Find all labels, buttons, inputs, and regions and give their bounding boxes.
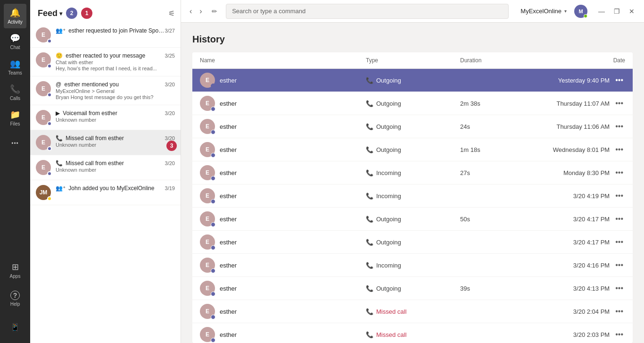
minimize-button[interactable]: — xyxy=(595,5,608,18)
type-cell-11: 📞 Missed call xyxy=(366,308,460,315)
feed-date-5: 3/20 xyxy=(165,135,175,141)
table-row-12[interactable]: E esther 📞 Missed call 3/20 2:03 PM ••• xyxy=(192,323,633,343)
mobile-preview-button[interactable]: 📱 xyxy=(4,315,26,339)
date-cell-6: 3/20 4:19 PM ••• xyxy=(531,191,625,201)
compose-button[interactable]: ✏ xyxy=(209,6,220,17)
feed-detail-2: Hey, how's the report that I need, is it… xyxy=(56,66,175,71)
more-button-7[interactable]: ••• xyxy=(613,214,625,224)
feed-item-4[interactable]: E ▶ Voicemail from esther 3/20 Unknown n… xyxy=(30,105,181,130)
nav-label-files: Files xyxy=(10,121,20,126)
feed-content-5: 📞 Missed call from esther 3/20 Unknown n… xyxy=(56,135,175,148)
call-type-icon-8: 📞 xyxy=(366,239,373,246)
date-cell-5: Monday 8:30 PM ••• xyxy=(531,167,625,178)
table-row-5[interactable]: E esther 📞 Incoming 27s Monday 8:30 PM •… xyxy=(192,161,633,184)
row-name-12: esther xyxy=(220,331,237,338)
avatar-status-5 xyxy=(47,146,52,151)
maximize-button[interactable]: ❐ xyxy=(610,5,623,18)
nav-label-chat: Chat xyxy=(10,45,20,50)
call-date-5: Monday 8:30 PM xyxy=(563,169,610,176)
call-type-label-8: Outgoing xyxy=(376,239,401,246)
table-row-8[interactable]: E esther 📞 Outgoing 3/20 4:17 PM ••• xyxy=(192,231,633,254)
duration-cell-4: 1m 18s xyxy=(460,146,531,153)
more-button-3[interactable]: ••• xyxy=(613,121,625,132)
back-button[interactable]: ‹ xyxy=(187,5,195,17)
call-date-2: Thursday 11:07 AM xyxy=(556,100,610,107)
more-button-8[interactable]: ••• xyxy=(613,237,625,247)
account-name: MyExcelOnline xyxy=(520,8,561,15)
feed-item-5[interactable]: E 📞 Missed call from esther 3/20 Unknown… xyxy=(30,130,181,155)
more-button-10[interactable]: ••• xyxy=(613,283,625,293)
badge-1[interactable]: 1 xyxy=(81,8,92,19)
more-button-9[interactable]: ••• xyxy=(613,260,625,270)
table-row-7[interactable]: E esther 📞 Outgoing 50s 3/20 4:17 PM ••• xyxy=(192,208,633,231)
table-row-3[interactable]: E esther 📞 Outgoing 24s Thursday 11:06 A… xyxy=(192,115,633,138)
account-button[interactable]: MyExcelOnline ▾ xyxy=(517,6,570,17)
feed-item-6[interactable]: E 📞 Missed call from esther 3/20 Unknown… xyxy=(30,155,181,180)
table-row-9[interactable]: E esther 📞 Incoming 3/20 4:16 PM ••• xyxy=(192,254,633,277)
more-button-4[interactable]: ••• xyxy=(613,144,625,155)
table-row-2[interactable]: E esther 📞 Outgoing 2m 38s Thursday 11:0… xyxy=(192,92,633,115)
nav-item-calls[interactable]: 📞 Calls xyxy=(4,80,26,105)
date-cell-7: 3/20 4:17 PM ••• xyxy=(531,214,625,224)
more-button-5[interactable]: ••• xyxy=(613,167,625,178)
more-button-1[interactable]: ••• xyxy=(613,75,625,85)
table-header: Name Type Duration Date xyxy=(192,52,633,69)
row-avatar-8: E xyxy=(200,234,215,250)
search-bar[interactable]: Search or type a command xyxy=(226,4,509,19)
feed-item-2[interactable]: E 🙂 esther reacted to your message 3/25 … xyxy=(30,48,181,76)
row-avatar-status-9 xyxy=(211,268,215,273)
avatar-status-4 xyxy=(47,121,52,126)
table-row-4[interactable]: E esther 📞 Outgoing 1m 18s Wednesday 8:0… xyxy=(192,138,633,161)
feed-content-1: 👥⁺ esther requested to join Private Spor… xyxy=(56,27,175,34)
type-cell-10: 📞 Outgoing xyxy=(366,285,460,292)
row-avatar-status-2 xyxy=(211,107,215,111)
row-avatar-status-6 xyxy=(211,199,215,204)
nav-item-activity[interactable]: 🔔 Activity xyxy=(4,4,26,28)
nav-item-files[interactable]: 📁 Files xyxy=(4,106,26,130)
row-name-4: esther xyxy=(220,146,237,153)
badge-2[interactable]: 2 xyxy=(66,8,77,19)
sidebar: Feed ▾ 2 1 ⚟ E 👥⁺ esther requested to jo… xyxy=(30,0,181,343)
call-type-icon-12: 📞 xyxy=(366,331,373,338)
nav-item-teams[interactable]: 👥 Teams xyxy=(4,55,26,79)
feed-name-3: @ esther mentioned you xyxy=(56,81,119,88)
more-icon: ••• xyxy=(11,140,19,147)
nav-arrows: ‹ › xyxy=(187,5,205,17)
more-button-2[interactable]: ••• xyxy=(613,98,625,109)
type-cell-2: 📞 Outgoing xyxy=(366,100,460,107)
nav-item-apps[interactable]: ⊞ Apps xyxy=(4,258,26,283)
badge-3[interactable]: 3 xyxy=(166,141,177,151)
more-button-11[interactable]: ••• xyxy=(613,306,625,317)
filter-icon[interactable]: ⚟ xyxy=(168,9,175,18)
nav-item-chat[interactable]: 💬 Chat xyxy=(4,29,26,54)
table-row-11[interactable]: E esther 📞 Missed call 3/20 2:04 PM ••• xyxy=(192,300,633,323)
nav-item-help[interactable]: ? Help xyxy=(4,286,26,311)
more-button-6[interactable]: ••• xyxy=(613,191,625,201)
call-type-label-12: Missed call xyxy=(376,331,406,338)
row-avatar-12: E xyxy=(200,327,215,342)
table-row-10[interactable]: E esther 📞 Outgoing 39s 3/20 4:13 PM ••• xyxy=(192,277,633,300)
call-type-icon-5: 📞 xyxy=(366,169,373,176)
feed-item-3[interactable]: E @ esther mentioned you 3/20 MyExcelOnl… xyxy=(30,76,181,105)
feed-date-1: 3/27 xyxy=(165,28,175,33)
account-avatar[interactable]: M xyxy=(574,5,587,18)
name-cell-12: E esther xyxy=(200,327,366,342)
feed-item-7[interactable]: JM 👥⁺ John added you to MyExcelOnline 3/… xyxy=(30,180,181,205)
duration-cell-10: 39s xyxy=(460,285,531,292)
forward-button[interactable]: › xyxy=(197,5,205,17)
row-name-10: esther xyxy=(220,285,237,292)
name-cell-4: E esther xyxy=(200,142,366,157)
call-type-label-4: Outgoing xyxy=(376,146,401,153)
call-type-icon-11: 📞 xyxy=(366,308,373,315)
feed-dropdown[interactable]: Feed ▾ xyxy=(38,8,62,18)
more-button-12[interactable]: ••• xyxy=(613,329,625,340)
call-type-label-1: Outgoing xyxy=(376,77,401,84)
close-button[interactable]: ✕ xyxy=(625,5,638,18)
feed-item-1[interactable]: E 👥⁺ esther requested to join Private Sp… xyxy=(30,23,181,48)
account-chevron-icon: ▾ xyxy=(564,8,567,14)
table-row-1[interactable]: E esther 📞 Outgoing Yesterday 9:40 PM ••… xyxy=(192,69,633,92)
call-date-4: Wednesday 8:01 PM xyxy=(553,146,610,153)
table-row-6[interactable]: E esther 📞 Incoming 3/20 4:19 PM ••• xyxy=(192,184,633,208)
calls-icon: 📞 xyxy=(10,84,20,94)
nav-item-more[interactable]: ••• xyxy=(4,131,26,156)
